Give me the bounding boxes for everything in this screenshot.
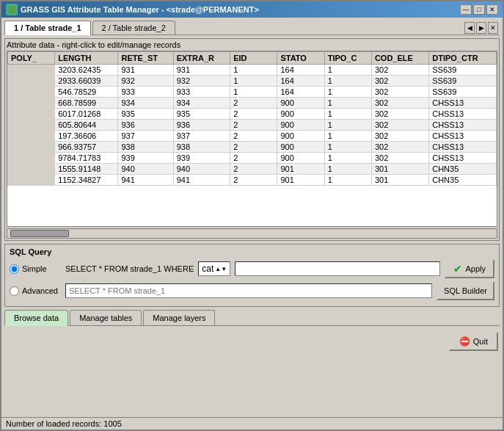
- table-cell: 939: [173, 153, 230, 164]
- col-header-dtipo[interactable]: DTIPO_CTR: [429, 52, 497, 65]
- bottom-tabs: Browse data Manage tables Manage layers: [4, 310, 500, 326]
- horizontal-scrollbar[interactable]: [7, 228, 497, 239]
- table-row: 668.7859993493429001302CHSS13: [8, 98, 497, 109]
- apply-label: Apply: [465, 264, 486, 273]
- table-cell: 1: [230, 76, 277, 87]
- quit-button[interactable]: ⛔ Quit: [449, 332, 498, 351]
- table-cell: 931: [173, 65, 230, 76]
- tab-close-button[interactable]: ✕: [488, 22, 498, 34]
- dropdown-arrow-icon[interactable]: ▲▼: [215, 266, 227, 272]
- table-cell: 900: [277, 109, 324, 120]
- tab-strade1[interactable]: 1 / Table strade_1: [4, 21, 91, 35]
- minimize-button[interactable]: —: [460, 4, 472, 15]
- table-cell: 1: [324, 76, 371, 87]
- table-cell: [8, 175, 55, 186]
- col-header-stato[interactable]: STATO: [277, 52, 324, 65]
- table-cell: 164: [277, 87, 324, 98]
- table-cell: 2: [230, 120, 277, 131]
- advanced-radio-label[interactable]: Advanced: [10, 286, 61, 296]
- table-cell: [8, 98, 55, 109]
- table-row: 546.7852993393311641302SS639: [8, 87, 497, 98]
- window-controls: — □ ✕: [460, 4, 498, 15]
- tab-strade2[interactable]: 2 / Table strade_2: [92, 21, 175, 35]
- advanced-radio[interactable]: [10, 286, 19, 296]
- tab-manage-tables[interactable]: Manage tables: [70, 310, 142, 325]
- table-cell: CHSS13: [429, 153, 497, 164]
- quit-label: Quit: [473, 337, 488, 346]
- table-body: 3203.6243593193111641302SS6392933.660399…: [8, 65, 497, 186]
- table-cell: 933: [118, 87, 173, 98]
- col-header-extra[interactable]: EXTRA_R: [173, 52, 230, 65]
- table-cell: [8, 142, 55, 153]
- table-cell: [8, 76, 55, 87]
- sql-value-input[interactable]: [235, 261, 440, 276]
- sql-simple-row: Simple SELECT * FROM strade_1 WHERE cat …: [10, 259, 494, 278]
- table-cell: 2: [230, 153, 277, 164]
- apply-button[interactable]: ✔ Apply: [445, 259, 494, 278]
- table-cell: 302: [371, 109, 428, 120]
- table-cell: 932: [173, 76, 230, 87]
- maximize-button[interactable]: □: [473, 4, 485, 15]
- col-header-tipo[interactable]: TIPO_C: [324, 52, 371, 65]
- table-cell: 1152.34827: [55, 175, 118, 186]
- table-cell: 302: [371, 131, 428, 142]
- title-bar: 🌿 GRASS GIS Attribute Table Manager - <s…: [1, 1, 503, 18]
- table-cell: 1555.91148: [55, 164, 118, 175]
- table-cell: CHSS13: [429, 142, 497, 153]
- tab-browse-data[interactable]: Browse data: [4, 310, 68, 326]
- status-bar: Number of loaded records: 1005: [1, 417, 503, 430]
- table-cell: 2: [230, 142, 277, 153]
- table-cell: 936: [118, 120, 173, 131]
- column-dropdown[interactable]: cat ▲▼: [198, 261, 230, 276]
- col-header-cod[interactable]: COD_ELE: [371, 52, 428, 65]
- advanced-sql-input[interactable]: [65, 283, 432, 298]
- table-cell: 938: [118, 142, 173, 153]
- table-cell: 2: [230, 175, 277, 186]
- table-cell: CHSS13: [429, 98, 497, 109]
- data-table-container[interactable]: POLY_ LENGTH RETE_ST EXTRA_R EID STATO T…: [7, 51, 497, 227]
- tab-prev-button[interactable]: ◀: [464, 22, 475, 34]
- table-cell: 1: [324, 153, 371, 164]
- main-window: 🌿 GRASS GIS Attribute Table Manager - <s…: [0, 0, 504, 431]
- table-cell: 966.93757: [55, 142, 118, 153]
- table-cell: 164: [277, 76, 324, 87]
- table-cell: 1: [324, 175, 371, 186]
- table-cell: SS639: [429, 76, 497, 87]
- col-header-eid[interactable]: EID: [230, 52, 277, 65]
- table-cell: 3203.62435: [55, 65, 118, 76]
- table-row: 3203.6243593193111641302SS639: [8, 65, 497, 76]
- col-header-poly[interactable]: POLY_: [8, 52, 55, 65]
- table-row: 1555.9114894094029011301CHN35: [8, 164, 497, 175]
- table-cell: CHSS13: [429, 131, 497, 142]
- table-row: 966.9375793893829001302CHSS13: [8, 142, 497, 153]
- simple-radio[interactable]: [10, 264, 19, 274]
- table-cell: 935: [118, 109, 173, 120]
- tab-manage-layers[interactable]: Manage layers: [143, 310, 215, 325]
- col-header-rete[interactable]: RETE_ST: [118, 52, 173, 65]
- table-cell: 938: [173, 142, 230, 153]
- table-cell: 302: [371, 142, 428, 153]
- table-cell: 197.36606: [55, 131, 118, 142]
- window-title: GRASS GIS Attribute Table Manager - <str…: [21, 5, 259, 14]
- table-cell: 900: [277, 98, 324, 109]
- top-tabs-bar: 1 / Table strade_1 2 / Table strade_2 ◀ …: [4, 21, 500, 35]
- scrollbar-thumb[interactable]: [10, 230, 69, 237]
- header-row: POLY_ LENGTH RETE_ST EXTRA_R EID STATO T…: [8, 52, 497, 65]
- table-cell: 900: [277, 131, 324, 142]
- query-prefix: SELECT * FROM strade_1 WHERE: [65, 264, 194, 273]
- table-cell: 935: [173, 109, 230, 120]
- tab-next-button[interactable]: ▶: [476, 22, 486, 34]
- close-button[interactable]: ✕: [486, 4, 498, 15]
- simple-radio-label[interactable]: Simple: [10, 264, 61, 274]
- table-cell: [8, 131, 55, 142]
- table-cell: 940: [118, 164, 173, 175]
- sql-builder-button[interactable]: SQL Builder: [437, 281, 494, 300]
- quit-icon: ⛔: [459, 336, 470, 347]
- col-header-length[interactable]: LENGTH: [55, 52, 118, 65]
- table-cell: 1: [230, 87, 277, 98]
- table-cell: 1: [324, 131, 371, 142]
- table-cell: 933: [173, 87, 230, 98]
- simple-label: Simple: [22, 264, 47, 273]
- table-cell: CHN35: [429, 164, 497, 175]
- attribute-section-label: Attribute data - right-click to edit/man…: [7, 40, 497, 49]
